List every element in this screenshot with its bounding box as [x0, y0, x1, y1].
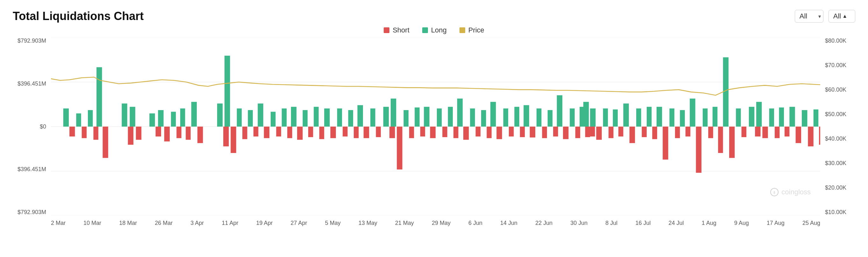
x-label-18: 24 Jul	[669, 220, 684, 226]
bar-short-6	[230, 126, 236, 153]
bar-short-3b	[128, 126, 133, 145]
svg-rect-16	[253, 126, 258, 137]
svg-rect-41	[481, 110, 486, 126]
coingloss-logo-icon: ₿	[770, 188, 779, 196]
chart-title: Total Liquidations Chart	[13, 9, 144, 23]
svg-rect-35	[437, 108, 442, 126]
y-left-5: $792.903M	[18, 209, 46, 216]
price-color-swatch	[460, 27, 465, 33]
x-label-8: 5 May	[325, 220, 341, 226]
y-right-3: $60.00K	[825, 86, 846, 93]
y-right-1: $80.00K	[825, 38, 846, 44]
svg-rect-69	[713, 107, 717, 126]
x-label-21: 17 Aug	[767, 220, 784, 226]
svg-rect-25	[337, 108, 342, 126]
bar-short-3	[136, 126, 142, 140]
bar-long-22	[756, 102, 762, 126]
svg-rect-17	[271, 112, 275, 126]
chevron-up-icon: ▲	[842, 13, 847, 19]
svg-rect-10	[177, 126, 181, 138]
svg-rect-45	[514, 107, 519, 126]
bar-long-2	[96, 67, 102, 126]
bar-short-11b	[390, 126, 395, 138]
legend-short: Short	[384, 26, 409, 34]
filter2-dropdown[interactable]: All ▲	[829, 10, 855, 23]
y-left-3: $0	[40, 123, 46, 130]
x-label-22: 25 Aug	[802, 220, 820, 226]
y-right-8: $10.00K	[825, 209, 846, 216]
svg-rect-26	[343, 126, 347, 137]
svg-rect-72	[742, 126, 746, 137]
svg-rect-53	[580, 107, 584, 126]
bar-long-6b	[217, 103, 223, 126]
x-label-6: 19 Apr	[256, 220, 273, 226]
svg-rect-7	[88, 110, 93, 126]
watermark: ₿ coingloss	[770, 188, 811, 196]
svg-rect-36	[442, 126, 447, 137]
svg-rect-51	[570, 108, 575, 126]
svg-rect-43	[503, 108, 508, 126]
svg-rect-61	[647, 107, 651, 126]
bar-long-5	[191, 102, 197, 126]
svg-rect-70	[718, 126, 723, 153]
bars-svg	[51, 38, 820, 216]
long-color-swatch	[422, 27, 428, 33]
y-right-6: $30.00K	[825, 160, 846, 167]
svg-rect-33	[414, 108, 420, 126]
svg-text:₿: ₿	[773, 191, 775, 194]
x-label-12: 6 Jun	[468, 220, 483, 226]
bar-short-22	[762, 126, 768, 138]
bar-short-2	[102, 126, 108, 158]
svg-rect-57	[613, 109, 618, 126]
bar-long-7	[257, 103, 263, 126]
y-left-1: $792.903M	[18, 38, 46, 44]
svg-rect-64	[675, 126, 680, 138]
chart-area: $792.903M $396.451M $0 $396.451M $792.90…	[13, 38, 855, 235]
svg-rect-77	[813, 109, 818, 126]
bar-long-23	[789, 107, 795, 126]
bar-long-17	[590, 108, 595, 126]
svg-rect-59	[636, 108, 641, 126]
chart-inner	[51, 38, 820, 216]
svg-rect-19	[282, 108, 286, 126]
bar-short-16	[563, 126, 568, 139]
bar-long-20	[690, 99, 695, 126]
bar-long-12	[424, 107, 429, 126]
svg-rect-21	[303, 110, 308, 126]
x-label-5: 11 Apr	[222, 220, 238, 226]
svg-rect-32	[409, 126, 414, 138]
legend-price-label: Price	[468, 26, 484, 34]
x-label-2: 18 Mar	[119, 220, 137, 226]
bar-long-15	[524, 105, 529, 126]
svg-rect-8	[93, 126, 98, 140]
short-color-swatch	[384, 27, 390, 33]
bar-long-11	[391, 99, 396, 126]
svg-rect-30	[376, 126, 381, 137]
svg-rect-11	[180, 108, 185, 126]
bar-short-21	[729, 126, 735, 158]
bar-short-17b	[589, 126, 595, 137]
svg-rect-15	[248, 110, 252, 126]
svg-rect-46	[520, 126, 525, 137]
bar-short-20	[696, 126, 702, 173]
x-label-16: 8 Jul	[605, 220, 617, 226]
bar-short-8	[297, 126, 303, 140]
svg-rect-39	[470, 108, 475, 126]
filter1-wrapper[interactable]: All	[795, 10, 824, 23]
svg-rect-5	[76, 114, 81, 126]
svg-rect-13	[237, 108, 242, 126]
bar-short-19	[662, 126, 668, 160]
filter1-dropdown[interactable]: All	[795, 10, 824, 23]
svg-rect-60	[642, 126, 646, 137]
svg-rect-44	[509, 126, 514, 137]
bar-short-12	[430, 126, 436, 138]
bar-long-18	[623, 103, 629, 126]
bar-long-14	[490, 102, 496, 126]
bar-short-6b	[223, 126, 228, 146]
x-label-13: 14 Jun	[500, 220, 518, 226]
x-label-15: 30 Jun	[570, 220, 587, 226]
bar-short-4b	[156, 126, 161, 137]
svg-rect-27	[348, 110, 353, 126]
y-left-4: $396.451M	[18, 166, 46, 173]
svg-rect-52	[576, 126, 580, 138]
